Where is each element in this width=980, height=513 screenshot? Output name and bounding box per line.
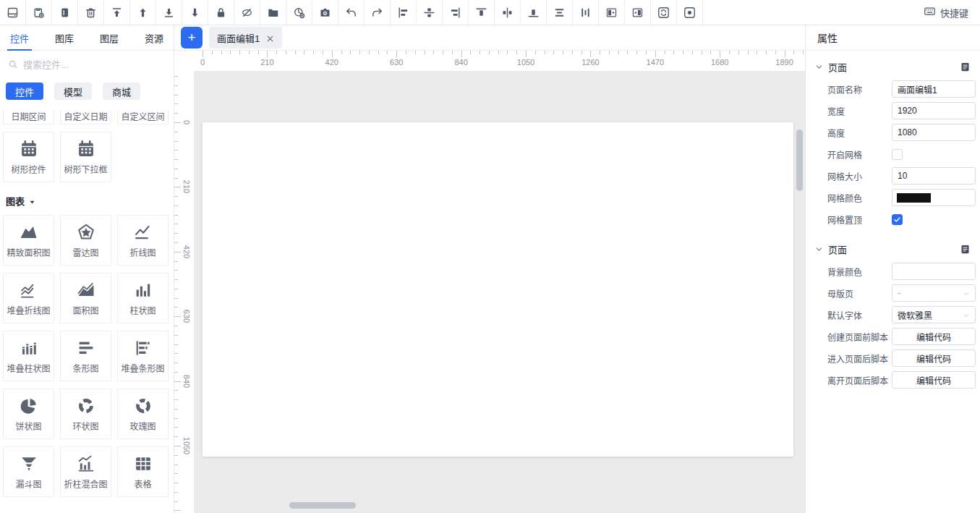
toolbar-align-hcenter-button[interactable] [495, 0, 521, 25]
left-panel: 控件图库图层资源 控件模型商城 日期区间自定义日期自定义区间 树形控件树形下拉框… [0, 25, 174, 513]
vertical-ruler: 02104206308401050 [174, 71, 194, 513]
section-note-icon[interactable] [960, 244, 971, 255]
field-input[interactable] [892, 102, 976, 119]
chart-section-header[interactable]: 图表 [2, 185, 171, 215]
widget-funnel-chart[interactable]: 漏斗图 [3, 446, 54, 497]
field-select[interactable]: - [892, 284, 976, 302]
edit-code-button[interactable]: 编辑代码 [892, 328, 976, 345]
widget-donut-chart[interactable]: 环状图 [60, 389, 111, 439]
widget-hbar-chart[interactable]: 条形图 [60, 331, 111, 381]
toolbar-move-up-button[interactable] [130, 0, 156, 25]
section-note-icon[interactable] [960, 62, 971, 72]
page-tab-0[interactable]: 画面编辑1 [209, 27, 282, 48]
toolbar-preview-refresh-button[interactable] [651, 0, 677, 25]
widget-line-chart[interactable]: 折线图 [117, 215, 169, 266]
widget-radar-chart[interactable]: 雷达图 [60, 215, 111, 266]
toolbar-toggle-left-panel-button[interactable] [599, 0, 625, 25]
widget-bar-chart[interactable]: 柱状图 [117, 273, 169, 323]
widget-combo-chart[interactable]: 折柱混合图 [60, 446, 111, 497]
field-checkbox[interactable] [892, 214, 903, 225]
toolbar-distribute-horizontal-button[interactable] [573, 0, 599, 25]
table-icon [133, 454, 153, 474]
field-input[interactable] [892, 80, 976, 98]
field-input[interactable] [892, 263, 976, 280]
toolbar-save-button[interactable] [0, 0, 26, 25]
section-header-0[interactable]: 页面 [806, 55, 980, 78]
close-tab-icon[interactable] [266, 34, 274, 42]
field-select[interactable]: 微软雅黑 [892, 306, 976, 323]
widget-stacked-hbar-chart[interactable]: 堆叠条形图 [117, 331, 169, 381]
radar-icon [76, 222, 96, 242]
widget-clipped-1[interactable]: 自定义日期 [60, 110, 111, 124]
field-input[interactable] [892, 124, 976, 141]
toolbar-save-as-button[interactable] [26, 0, 52, 25]
vertical-scrollbar[interactable] [796, 130, 803, 191]
left-tab-1[interactable]: 图库 [52, 25, 77, 50]
toolbar-screenshot-button[interactable] [312, 0, 338, 25]
section-header-1[interactable]: 页面 [806, 237, 980, 260]
tree-widget-row: 树形控件树形下拉框 [2, 132, 171, 182]
left-tab-2[interactable]: 图层 [97, 25, 122, 50]
widget-clipped-0[interactable]: 日期区间 [3, 110, 54, 124]
widget-table-chart[interactable]: 表格 [117, 446, 169, 497]
widget-rose-chart[interactable]: 玫瑰图 [117, 389, 169, 439]
field-checkbox[interactable] [892, 149, 903, 160]
page-canvas[interactable] [203, 122, 793, 457]
widget-clipped-2[interactable]: 自定义区间 [117, 110, 169, 124]
search-row [0, 51, 174, 78]
toolbar-record-button[interactable] [677, 0, 703, 25]
toolbar-move-bottom-button[interactable] [156, 0, 182, 25]
toolbar-delete-button[interactable] [78, 0, 104, 25]
field-input[interactable] [892, 167, 976, 185]
page-tabbar: + 画面编辑1 [174, 25, 805, 51]
toolbar-align-bottom-button[interactable] [521, 0, 547, 25]
shortcuts-button[interactable]: 快捷键 [912, 0, 980, 25]
toolbar-duplicate-button[interactable] [52, 0, 78, 25]
filter-pills: 控件模型商城 [0, 78, 174, 110]
left-tab-0[interactable]: 控件 [7, 25, 32, 50]
toolbar-lock-button[interactable] [208, 0, 234, 25]
combo-icon [76, 454, 96, 474]
widget-area-chart[interactable]: 面积图 [60, 273, 111, 323]
main-area: 控件图库图层资源 控件模型商城 日期区间自定义日期自定义区间 树形控件树形下拉框… [0, 25, 980, 513]
toolbar-undo-button[interactable] [338, 0, 365, 25]
toolbar-move-down-button[interactable] [182, 0, 208, 25]
prop-row-1-1: 母版页- [806, 282, 980, 304]
edit-code-button[interactable]: 编辑代码 [892, 371, 976, 389]
search-icon [8, 59, 18, 69]
toolbar-chart-add-button[interactable] [286, 0, 312, 25]
widget-stacked-bar-chart[interactable]: 堆叠柱状图 [3, 331, 54, 381]
stacked-line-icon [19, 280, 39, 300]
widget-stacked-line-chart[interactable]: 堆叠折线图 [3, 273, 54, 323]
widget-pie-chart[interactable]: 饼状图 [3, 389, 54, 439]
widget-area-fine-chart[interactable]: 精致面积图 [3, 215, 54, 266]
toolbar-align-top-button[interactable] [469, 0, 495, 25]
toolbar-redo-button[interactable] [365, 0, 391, 25]
prop-row-1-0: 背景颜色 [806, 260, 980, 282]
search-input[interactable] [23, 59, 166, 70]
pie-icon [19, 396, 39, 416]
toolbar-align-left-button[interactable] [391, 0, 417, 25]
toolbar-toggle-right-panel-button[interactable] [625, 0, 651, 25]
filter-pill-1[interactable]: 模型 [54, 82, 92, 100]
field-color-input[interactable] [892, 189, 976, 206]
toolbar-folder-button[interactable] [260, 0, 286, 25]
filter-pill-2[interactable]: 商城 [103, 82, 140, 100]
toolbar-hide-button[interactable] [234, 0, 260, 25]
toolbar-align-right-button[interactable] [443, 0, 469, 25]
chart-widget-grid: 精致面积图雷达图折线图堆叠折线图面积图柱状图堆叠柱状图条形图堆叠条形图饼状图环状… [2, 215, 171, 497]
field-label: 宽度 [827, 105, 892, 117]
clipped-widget-row: 日期区间自定义日期自定义区间 [2, 110, 171, 124]
widget-tree-1[interactable]: 树形下拉框 [60, 132, 111, 182]
toolbar-align-vcenter-button[interactable] [417, 0, 443, 25]
left-tab-3[interactable]: 资源 [142, 25, 166, 50]
add-page-button[interactable]: + [181, 27, 203, 48]
widget-tree-0[interactable]: 树形控件 [3, 132, 54, 182]
toolbar-distribute-vertical-button[interactable] [547, 0, 573, 25]
field-label: 创建页面前脚本 [827, 331, 892, 343]
shortcuts-label: 快捷键 [940, 6, 968, 20]
filter-pill-0[interactable]: 控件 [6, 82, 43, 100]
toolbar-move-top-button[interactable] [104, 0, 130, 25]
horizontal-scrollbar[interactable] [289, 502, 356, 509]
edit-code-button[interactable]: 编辑代码 [892, 349, 976, 367]
